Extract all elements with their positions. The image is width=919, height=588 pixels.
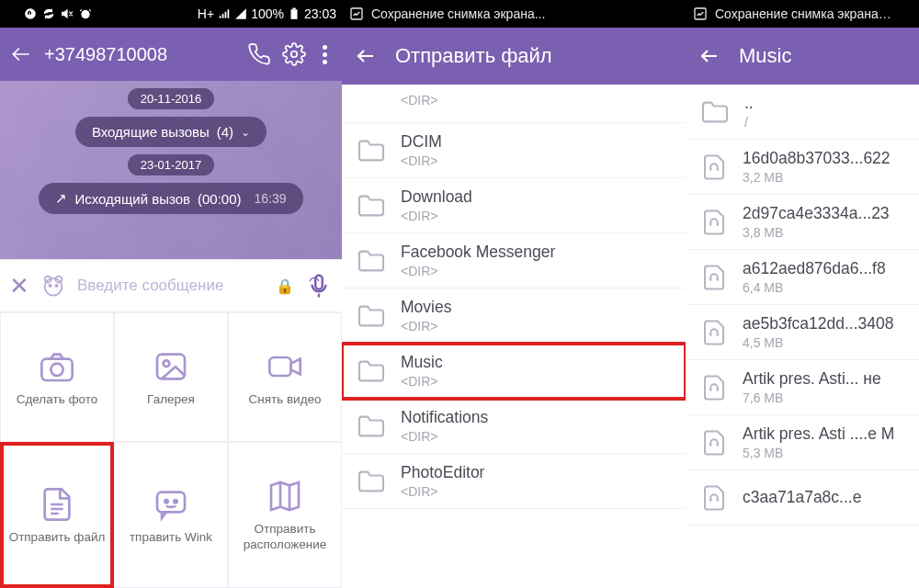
back-icon[interactable] [355,45,377,67]
folder-title: Music [739,44,791,68]
list-item[interactable]: DCIM<DIR> [342,123,686,178]
list-item[interactable]: Artik pres. Asti ....е M5,3 MB [686,415,919,470]
voice-mic-icon[interactable] [305,272,333,300]
back-icon[interactable] [698,45,720,67]
call-icon[interactable] [247,42,271,66]
list-item[interactable]: Movies<DIR> [342,288,686,344]
lock-icon[interactable]: 🔒 [276,277,294,295]
svg-point-8 [49,285,51,287]
menu-overflow-icon[interactable] [317,45,333,64]
attachment-grid: Сделать фото Галерея Снять видео Отправи… [0,312,342,588]
item-name: 2d97ca4e3334a...23 [743,204,890,223]
network-type: H+ [198,6,214,21]
screenshot-save-icon [693,6,708,21]
android-statusbar: Сохранение снимка экрана... [342,0,686,28]
item-name: ae5b3fca12dd...3408 [743,314,893,334]
item-name: a612aed876da6...f8 [743,259,886,278]
image-icon [151,348,191,385]
list-item[interactable]: <DIR> [342,85,686,123]
item-name: DCIM [401,132,442,152]
attach-send-file[interactable]: Отправить файл [0,442,114,588]
panel-music-folder: Сохранение снимка экрана… Music ../ 16d0… [686,0,919,588]
picker-header: Отправить файл [342,28,686,85]
outgoing-duration: (00:00) [198,191,242,207]
folder-icon [357,359,386,383]
attach-send-wink[interactable]: тправить Wink [114,442,228,588]
svg-rect-10 [315,276,323,289]
audio-file-icon [700,374,728,401]
folder-icon [700,100,730,124]
attach-take-photo[interactable]: Сделать фото [0,312,114,442]
attach-take-video[interactable]: Снять видео [228,312,342,442]
item-sub: / [744,115,754,130]
item-sub: <DIR> [401,429,488,444]
svg-rect-20 [695,8,706,19]
list-item[interactable]: PhotoEditor<DIR> [342,454,686,509]
list-item[interactable]: a612aed876da6...f86,4 MB [686,250,919,305]
attach-gallery[interactable]: Галерея [114,312,228,442]
wink-chat-icon [151,486,191,523]
outgoing-label: Исходящий вызов [74,191,190,207]
item-name: Artik pres. Asti ....е M [743,424,894,444]
item-sub: 3,2 MB [743,170,891,185]
file-icon [37,486,77,523]
item-name: Music [401,353,443,372]
chat-area[interactable]: 20-11-2016 Входящие вызовы (4) ⌄ 23-01-2… [0,81,342,259]
list-item[interactable]: c3aa71a7a8c...e [686,470,919,526]
svg-point-12 [51,364,62,376]
contact-phone[interactable]: +37498710008 [44,44,236,65]
audio-file-icon [700,429,728,457]
back-icon[interactable] [9,42,33,66]
list-item[interactable]: Download<DIR> [342,178,686,233]
signal-icon [218,7,231,20]
audio-file-icon [700,153,728,181]
item-sub: 5,3 MB [743,446,894,460]
list-item[interactable]: 2d97ca4e3334a...233,8 MB [686,195,919,250]
attach-label: Отправить файл [9,530,106,544]
settings-gear-icon[interactable] [282,42,306,66]
item-sub: <DIR> [401,209,472,223]
svg-rect-11 [41,359,72,380]
statusbar-text: Сохранение снимка экрана… [715,6,891,21]
panel-file-picker: Сохранение снимка экрана... Отправить фа… [342,0,686,588]
svg-point-14 [164,360,170,367]
attach-send-location[interactable]: Отправить расположение [228,442,342,588]
camera-icon [37,348,77,385]
svg-point-17 [165,500,167,503]
message-input-row: ✕ Введите сообщение 🔒 [0,259,342,312]
list-item-music[interactable]: Music<DIR> [342,344,686,399]
chevron-down-icon: ⌄ [241,126,250,139]
item-sub: <DIR> [401,484,484,499]
statusbar-right: H+ 100% 23:03 [198,6,336,21]
file-list[interactable]: ../ 16d0a8b37033...6223,2 MB 2d97ca4e333… [686,85,919,526]
folder-icon [357,414,386,438]
clock-time: 23:03 [304,6,336,21]
folder-list[interactable]: <DIR> DCIM<DIR> Download<DIR> Facebook M… [342,85,686,509]
statusbar-text: Сохранение снимка экрана... [371,6,545,21]
incoming-calls-pill[interactable]: Входящие вызовы (4) ⌄ [75,117,267,147]
item-name: Movies [401,298,451,317]
usb-icon [6,7,18,20]
outgoing-call-pill[interactable]: ↗ Исходящий вызов (00:00) 16:39 [39,183,302,214]
list-item[interactable]: ae5b3fca12dd...34084,5 MB [686,305,919,360]
audio-file-icon [700,264,728,291]
list-item-up[interactable]: ../ [686,85,919,140]
message-input[interactable]: Введите сообщение [77,277,265,295]
item-sub: <DIR> [401,319,451,334]
svg-rect-2 [290,9,297,18]
battery-icon [288,7,301,20]
item-sub: <DIR> [401,264,555,278]
list-item[interactable]: Facebook Messenger<DIR> [342,233,686,288]
close-icon[interactable]: ✕ [9,272,29,300]
item-sub: <DIR> [401,93,437,107]
folder-icon [357,304,386,328]
list-item[interactable]: 16d0a8b37033...6223,2 MB [686,140,919,195]
list-item[interactable]: Artik pres. Asti... не7,6 MB [686,360,919,415]
svg-rect-15 [269,357,290,376]
item-name: 16d0a8b37033...622 [743,149,891,168]
svg-rect-3 [292,8,296,10]
list-item[interactable]: Notifications<DIR> [342,399,686,454]
screenshot-save-icon [349,6,364,21]
folder-header: Music [686,28,919,85]
sticker-bear-icon[interactable] [40,273,66,299]
